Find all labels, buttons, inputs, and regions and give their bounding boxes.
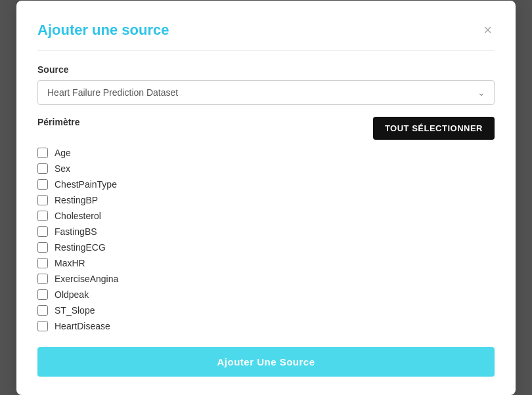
list-item: Oldpeak [37, 289, 495, 300]
checkbox-cb_restingbp[interactable] [37, 195, 48, 205]
source-select[interactable]: Heart Failure Prediction Dataset [37, 80, 495, 105]
modal-overlay: Ajouter une source × Source Heart Failur… [0, 0, 532, 395]
checkbox-cb_oldpeak[interactable] [37, 289, 48, 300]
list-item: RestingECG [37, 242, 495, 253]
modal-dialog: Ajouter une source × Source Heart Failur… [16, 1, 516, 395]
list-item: ChestPainType [37, 179, 495, 190]
list-item: ST_Slope [37, 305, 495, 316]
list-item: FastingBS [37, 226, 495, 237]
list-item: Age [37, 148, 495, 158]
checkbox-cb_exerciseangina[interactable] [37, 274, 48, 284]
checkbox-label-cb_oldpeak[interactable]: Oldpeak [55, 289, 89, 300]
checkbox-label-cb_restingecg[interactable]: RestingECG [55, 242, 106, 253]
checkbox-cb_fastingbs[interactable] [37, 226, 48, 237]
checkbox-label-cb_heartdisease[interactable]: HeartDisease [55, 321, 110, 331]
modal-title: Ajouter une source [37, 22, 169, 39]
list-item: HeartDisease [37, 321, 495, 331]
checkbox-cb_maxhr[interactable] [37, 258, 48, 268]
checkbox-label-cb_cholesterol[interactable]: Cholesterol [55, 211, 101, 221]
checkbox-cb_cholesterol[interactable] [37, 211, 48, 221]
checkbox-cb_heartdisease[interactable] [37, 321, 48, 331]
checkbox-label-cb_restingbp[interactable]: RestingBP [55, 195, 98, 205]
checkbox-label-cb_exerciseangina[interactable]: ExerciseAngina [55, 274, 118, 284]
checkbox-cb_age[interactable] [37, 148, 48, 158]
checkbox-list: AgeSexChestPainTypeRestingBPCholesterolF… [37, 148, 495, 331]
list-item: Sex [37, 163, 495, 174]
checkbox-cb_chestpaintype[interactable] [37, 179, 48, 190]
list-item: Cholesterol [37, 211, 495, 221]
checkbox-label-cb_maxhr[interactable]: MaxHR [55, 258, 85, 268]
source-label: Source [37, 64, 495, 75]
checkbox-cb_sex[interactable] [37, 163, 48, 174]
checkbox-label-cb_sex[interactable]: Sex [55, 163, 70, 174]
checkbox-cb_restingecg[interactable] [37, 242, 48, 253]
checkbox-label-cb_fastingbs[interactable]: FastingBS [55, 226, 97, 237]
checkbox-label-cb_st_slope[interactable]: ST_Slope [55, 305, 95, 316]
perimeter-header: Périmètre TOUT SÉLECTIONNER [37, 117, 495, 140]
source-select-wrapper: Heart Failure Prediction Dataset ⌄ [37, 80, 495, 105]
perimeter-label: Périmètre [37, 117, 80, 127]
add-source-button[interactable]: Ajouter Une Source [37, 347, 495, 377]
list-item: RestingBP [37, 195, 495, 205]
checkbox-label-cb_age[interactable]: Age [55, 148, 71, 158]
checkbox-cb_st_slope[interactable] [37, 305, 48, 316]
list-item: ExerciseAngina [37, 274, 495, 284]
list-item: MaxHR [37, 258, 495, 268]
close-button[interactable]: × [481, 23, 495, 37]
checkbox-label-cb_chestpaintype[interactable]: ChestPainType [55, 179, 117, 190]
modal-header: Ajouter une source × [37, 22, 495, 39]
header-divider [37, 51, 495, 51]
tout-selectionner-button[interactable]: TOUT SÉLECTIONNER [373, 117, 495, 140]
